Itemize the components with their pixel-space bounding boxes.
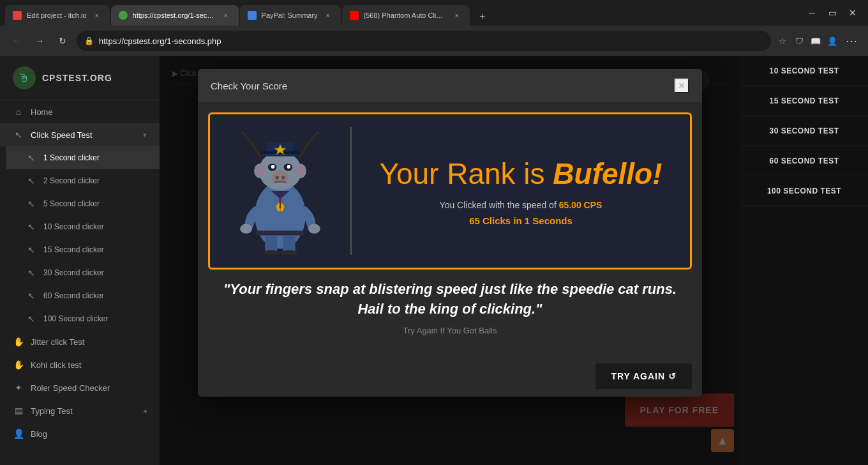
tab-paypal[interactable]: PayPal: Summary × [240,5,341,26]
cursor-icon-cst: ↖ [13,130,24,140]
clicks-count: 65 Clicks [469,215,511,226]
tab-close-1[interactable]: × [92,10,102,20]
tab-close-3[interactable]: × [323,10,333,20]
right-sidebar: 10 SECOND TEST 15 SECOND TEST 30 SECOND … [740,56,868,465]
tab-favicon-green [119,11,128,20]
sidebar-item-typing[interactable]: ▤ Typing Test ◂ [0,399,160,422]
sidebar-item-30s[interactable]: ↖ 30 Second clicker [6,261,160,284]
profile-icon[interactable]: 👤 [826,34,839,47]
sidebar-label-typing: Typing Test [31,406,73,416]
address-bar[interactable]: 🔒 https://cpstest.org/1-seconds.php [77,31,771,51]
sidebar-label-jitter: Jitter click Test [31,337,84,347]
tab-favicon-youtube [350,11,359,20]
tab-favicon-red [13,11,22,20]
new-tab-button[interactable]: + [474,8,491,26]
logo-icon: 🖱 [13,66,36,89]
modal-body: ★ [198,102,702,356]
cps-value: 65.00 CPS [559,200,602,210]
sidebar-label-2s: 2 Second clicker [43,176,100,185]
address-bar-icons: ☆ 🛡 📖 👤 ⋯ [776,32,860,50]
right-item-30s[interactable]: 30 SECOND TEST [740,116,868,146]
modal-footer: TRY AGAIN ↺ [198,356,702,397]
tab-close-4[interactable]: × [452,10,462,20]
sidebar-submenu: ↖ 1 Second clicker ↖ 2 Second clicker ↖ … [0,146,160,330]
sidebar-item-1s[interactable]: ↖ 1 Second clicker [6,146,160,169]
sidebar-item-roler[interactable]: ✦ Roler Speed Checker [0,376,160,399]
rank-name: Bufello! [553,157,662,190]
minimize-button[interactable]: ─ [804,5,819,20]
lock-icon: 🔒 [84,36,94,45]
sidebar-item-60s[interactable]: ↖ 60 Second clicker [6,284,160,307]
score-card: ★ [208,112,692,270]
right-item-60s[interactable]: 60 SECOND TEST [740,146,868,176]
sidebar-item-15s[interactable]: ↖ 15 Second clicker [6,238,160,261]
tab-cpstest[interactable]: https://cpstest.org/1-seconds.ph × [111,5,239,26]
page: 🖱 CPSTEST.ORG ⌂ Home ↖ Click Speed Test … [0,56,868,465]
modal-close-button[interactable]: × [674,78,689,93]
sidebar-label-15s: 15 Second clicker [43,245,104,254]
sidebar-item-blog[interactable]: 👤 Blog [0,422,160,445]
user-icon-blog: 👤 [13,429,24,439]
score-modal: Check Your Score × [198,69,702,397]
back-button[interactable]: ← [8,32,26,50]
more-options-button[interactable]: ⋯ [842,32,860,50]
svg-point-5 [297,166,304,176]
sidebar-label-60s: 60 Second clicker [43,291,104,300]
score-text-area: Your Rank is Bufello! You Clicked with t… [352,137,690,245]
hand-icon-jitter: ✋ [13,337,24,347]
quote-sub-text: Try Again If You Got Balls [221,326,679,335]
sidebar-item-home[interactable]: ⌂ Home [0,100,160,123]
sidebar-item-10s[interactable]: ↖ 10 Second clicker [6,215,160,238]
cursor-icon-5s: ↖ [26,199,37,209]
sidebar-item-100s[interactable]: ↖ 100 Second clicker [6,307,160,330]
right-item-10s[interactable]: 10 SECOND TEST [740,56,868,86]
sidebar-label-5s: 5 Second clicker [43,199,100,208]
bookmark-icon[interactable]: 📖 [809,34,822,47]
tab-label-youtube: (568) Phantom Auto Clicker [364,11,447,19]
hand-icon-kohi: ✋ [13,360,24,370]
refresh-button[interactable]: ↻ [54,32,71,50]
main-content: ▶ Click here to Full Screen 12+ PLAY FOR… [160,56,740,465]
quote-area: "Your fingers snap at blistering speed j… [208,270,692,346]
tab-edit-project[interactable]: Edit project - itch.io × [5,5,110,26]
sidebar-label-30s: 30 Second clicker [43,268,104,277]
chevron-left-icon: ◂ [143,407,147,415]
tab-close-2[interactable]: × [221,10,231,20]
cursor-icon-10s: ↖ [26,222,37,232]
keyboard-icon: ▤ [13,406,24,416]
seconds-text: 1 Seconds [525,215,572,226]
sidebar-item-5s[interactable]: ↖ 5 Second clicker [6,192,160,215]
clicked-speed-text: You Clicked with the speed of 65.00 CPS [440,200,602,210]
sidebar-item-kohi[interactable]: ✋ Kohi click test [0,353,160,376]
shield-icon[interactable]: 🛡 [793,34,805,47]
sidebar-logo: 🖱 CPSTEST.ORG [0,56,160,100]
right-item-100s[interactable]: 100 SECOND TEST [740,176,868,206]
chevron-down-icon: ▾ [143,131,147,139]
address-bar-row: ← → ↻ 🔒 https://cpstest.org/1-seconds.ph… [0,26,868,56]
sidebar-item-2s[interactable]: ↖ 2 Second clicker [6,169,160,192]
maximize-button[interactable]: ▭ [825,5,840,20]
close-window-button[interactable]: ✕ [845,5,860,20]
sidebar: 🖱 CPSTEST.ORG ⌂ Home ↖ Click Speed Test … [0,56,160,465]
right-item-15s[interactable]: 15 SECOND TEST [740,86,868,116]
sidebar-label-cst: Click Speed Test [31,130,93,140]
cursor-icon-2s: ↖ [26,176,37,186]
tab-label-cps: https://cpstest.org/1-seconds.ph [133,11,216,19]
sidebar-item-jitter[interactable]: ✋ Jitter click Test [0,330,160,353]
cursor-icon-30s: ↖ [26,268,37,278]
sidebar-label-1s: 1 Second clicker [43,153,100,162]
sidebar-item-click-speed-test[interactable]: ↖ Click Speed Test ▾ [0,123,160,146]
svg-point-16 [308,224,320,233]
tab-youtube[interactable]: (568) Phantom Auto Clicker × [342,5,470,26]
home-icon: ⌂ [13,107,24,117]
try-again-button[interactable]: TRY AGAIN ↺ [595,363,692,389]
window-controls: ─ ▭ ✕ [804,5,860,20]
svg-point-4 [257,166,264,176]
cursor-icon-60s: ↖ [26,291,37,301]
svg-rect-17 [256,231,304,236]
tab-bar: Edit project - itch.io × https://cpstest… [0,0,868,26]
in-text: in [511,215,525,226]
forward-button[interactable]: → [31,32,49,50]
star-icon[interactable]: ☆ [776,34,789,47]
modal-overlay: Check Your Score × [160,56,740,465]
